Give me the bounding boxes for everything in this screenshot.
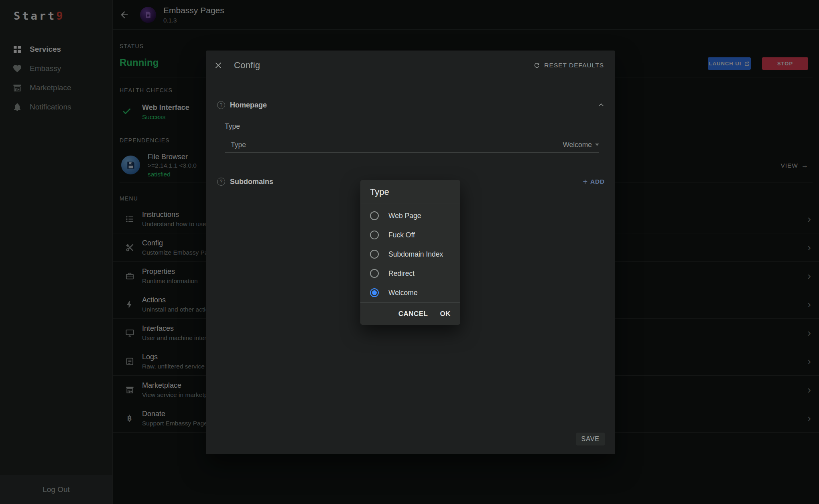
radio-option-redirect[interactable]: Redirect bbox=[360, 264, 460, 283]
radio-option-subdomain-index[interactable]: Subdomain Index bbox=[360, 245, 460, 264]
radio-option-label: Web Page bbox=[388, 212, 421, 220]
radio-option-fuck-off[interactable]: Fuck Off bbox=[360, 225, 460, 245]
radio-icon bbox=[370, 231, 379, 239]
type-dialog-title: Type bbox=[370, 187, 389, 197]
app-root: Start9 Services Embassy Marketplace Noti… bbox=[0, 0, 819, 504]
radio-selected-icon bbox=[370, 288, 379, 297]
radio-option-welcome[interactable]: Welcome bbox=[360, 283, 460, 302]
cancel-button[interactable]: CANCEL bbox=[398, 310, 428, 318]
radio-icon bbox=[370, 269, 379, 278]
radio-option-label: Fuck Off bbox=[388, 231, 415, 239]
radio-option-label: Welcome bbox=[388, 289, 418, 297]
type-dialog-buttons: CANCEL OK bbox=[360, 302, 460, 325]
type-options-list: Web Page Fuck Off Subdomain Index Redire… bbox=[360, 204, 460, 302]
type-dialog-header: Type bbox=[360, 180, 460, 204]
ok-button[interactable]: OK bbox=[440, 310, 451, 318]
type-dialog: Type Web Page Fuck Off Subdomain Index R… bbox=[360, 180, 460, 325]
radio-icon bbox=[370, 211, 379, 220]
radio-icon bbox=[370, 250, 379, 259]
radio-option-label: Redirect bbox=[388, 269, 415, 278]
radio-option-label: Subdomain Index bbox=[388, 250, 443, 259]
radio-option-web-page[interactable]: Web Page bbox=[360, 206, 460, 225]
